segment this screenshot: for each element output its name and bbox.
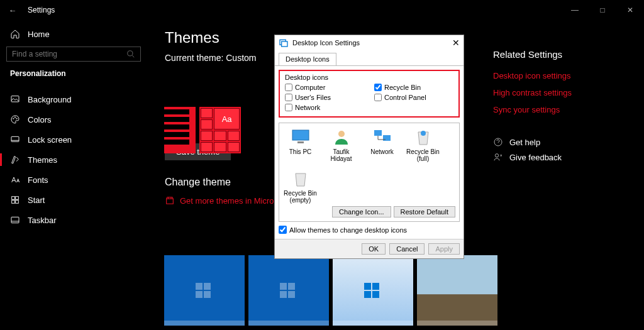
sidebar-item-lock-screen[interactable]: Lock screen xyxy=(6,129,141,150)
get-help-link[interactable]: Get help xyxy=(493,137,635,147)
palette-icon xyxy=(10,114,20,124)
dialog-icon xyxy=(279,38,289,48)
sidebar-item-label: Lock screen xyxy=(28,135,72,145)
feedback-label: Give feedback xyxy=(509,153,562,162)
desktop-icons-group: Desktop icons Computer Recycle Bin User'… xyxy=(279,70,460,118)
close-icon[interactable]: ✕ xyxy=(616,6,644,14)
icon-label: This PC xyxy=(289,148,312,155)
lock-screen-icon xyxy=(10,135,20,145)
theme-thumb-blue-2[interactable] xyxy=(248,255,329,326)
svg-point-0 xyxy=(128,51,133,56)
chk-label: User's Files xyxy=(295,94,331,101)
svg-point-3 xyxy=(14,117,15,118)
ok-button[interactable]: OK xyxy=(362,243,386,255)
svg-rect-7 xyxy=(16,197,19,200)
related-link-high-contrast[interactable]: High contrast settings xyxy=(493,84,635,101)
dialog-close-icon[interactable]: ✕ xyxy=(452,38,460,48)
chk-computer-box[interactable] xyxy=(285,84,292,91)
dialog-tab[interactable]: Desktop Icons xyxy=(279,53,336,65)
svg-rect-1 xyxy=(11,96,19,102)
search-box[interactable] xyxy=(6,47,141,62)
maximize-icon[interactable]: □ xyxy=(589,6,616,14)
search-icon xyxy=(126,50,135,58)
chk-label: Network xyxy=(295,104,320,111)
sidebar: Home Personalization Background Colors L… xyxy=(0,20,147,330)
chk-network-box[interactable] xyxy=(285,104,292,111)
home-button[interactable]: Home xyxy=(6,25,141,47)
fonts-icon xyxy=(10,175,20,185)
sidebar-item-themes[interactable]: Themes xyxy=(6,150,141,170)
icon-this-pc[interactable]: This PC xyxy=(283,127,318,162)
swatch-sample-text: Aa xyxy=(214,108,240,129)
svg-rect-5 xyxy=(11,136,19,141)
sidebar-item-background[interactable]: Background xyxy=(6,89,141,109)
chk-userfiles-box[interactable] xyxy=(285,94,292,101)
sidebar-item-start[interactable]: Start xyxy=(6,190,141,210)
sidebar-item-label: Start xyxy=(28,195,45,205)
chk-controlpanel-box[interactable] xyxy=(374,94,382,101)
icon-label: Taufik Hidayat xyxy=(331,148,352,162)
search-input[interactable] xyxy=(12,50,126,58)
start-icon xyxy=(10,195,20,205)
sidebar-section: Personalization xyxy=(10,69,137,78)
svg-point-12 xyxy=(495,154,498,157)
theme-thumbnails xyxy=(164,255,497,326)
help-label: Get help xyxy=(509,138,540,147)
icon-network[interactable]: Network xyxy=(365,127,399,162)
chk-controlpanel[interactable]: Control Panel xyxy=(374,94,453,101)
dialog-title: Desktop Icon Settings xyxy=(292,39,360,47)
desktop-icon-settings-dialog: Desktop Icon Settings ✕ Desktop Icons De… xyxy=(274,35,464,259)
store-icon xyxy=(165,195,175,206)
chk-network[interactable]: Network xyxy=(285,104,364,111)
sidebar-item-colors[interactable]: Colors xyxy=(6,109,141,129)
chk-label: Computer xyxy=(295,84,325,91)
icon-label: Recycle Bin (full) xyxy=(406,148,440,162)
home-icon xyxy=(10,29,20,39)
themes-icon xyxy=(10,155,20,165)
svg-point-4 xyxy=(16,118,17,119)
chk-recyclebin[interactable]: Recycle Bin xyxy=(374,84,453,91)
window-title: Settings xyxy=(28,6,55,14)
svg-rect-8 xyxy=(12,201,15,204)
svg-rect-9 xyxy=(16,201,19,204)
restore-default-button[interactable]: Restore Default xyxy=(394,206,455,217)
dialog-titlebar: Desktop Icon Settings ✕ xyxy=(275,35,464,50)
theme-swatch-color xyxy=(164,107,196,153)
group-title: Desktop icons xyxy=(285,74,453,81)
theme-thumb-photo[interactable] xyxy=(417,255,497,326)
svg-point-2 xyxy=(13,118,14,119)
related-header: Related Settings xyxy=(493,49,635,60)
theme-thumb-blue[interactable] xyxy=(164,255,245,326)
icon-label: Recycle Bin (empty) xyxy=(284,190,317,204)
allow-themes-checkbox[interactable]: Allow themes to change desktop icons xyxy=(279,226,460,234)
related-settings: Related Settings Desktop icon settings H… xyxy=(493,20,644,330)
icon-recycle-full[interactable]: Recycle Bin (full) xyxy=(406,127,440,162)
related-link-desktop-icon[interactable]: Desktop icon settings xyxy=(493,67,635,84)
icon-well: This PC Taufik Hidayat Network Recycle B… xyxy=(279,123,460,222)
chk-recyclebin-box[interactable] xyxy=(374,84,382,91)
chk-label: Control Panel xyxy=(384,94,426,101)
chk-computer[interactable]: Computer xyxy=(285,84,364,91)
theme-swatch-tiles: Aa xyxy=(199,107,241,153)
svg-point-20 xyxy=(421,131,426,136)
apply-button[interactable]: Apply xyxy=(428,243,460,255)
icon-recycle-empty[interactable]: Recycle Bin (empty) xyxy=(283,168,318,204)
sidebar-item-label: Fonts xyxy=(28,175,48,185)
sidebar-item-taskbar[interactable]: Taskbar xyxy=(6,210,141,230)
svg-rect-18 xyxy=(374,130,382,136)
svg-rect-10 xyxy=(11,217,19,223)
change-icon-button[interactable]: Change Icon... xyxy=(332,206,391,217)
theme-thumb-light[interactable] xyxy=(333,255,413,326)
related-link-sync[interactable]: Sync your settings xyxy=(493,101,635,118)
allow-themes-box[interactable] xyxy=(279,226,287,234)
back-icon[interactable]: ← xyxy=(5,6,20,15)
taskbar-icon xyxy=(10,215,20,225)
icon-label: Network xyxy=(370,148,394,155)
sidebar-item-fonts[interactable]: Fonts xyxy=(6,170,141,190)
give-feedback-link[interactable]: Give feedback xyxy=(493,152,635,162)
picture-icon xyxy=(10,94,20,104)
icon-user[interactable]: Taufik Hidayat xyxy=(324,127,358,162)
cancel-button[interactable]: Cancel xyxy=(389,243,425,255)
chk-userfiles[interactable]: User's Files xyxy=(285,94,364,101)
minimize-icon[interactable]: ― xyxy=(561,6,589,14)
